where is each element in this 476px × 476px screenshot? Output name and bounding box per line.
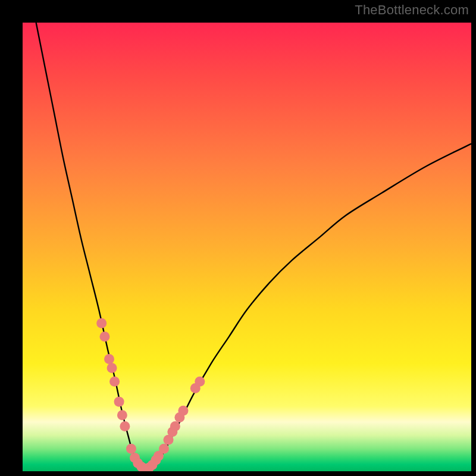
chart-svg [23,23,471,471]
chart-frame: TheBottleneck.com [0,0,476,476]
data-dot [114,397,124,407]
data-dot [120,421,130,431]
data-dot [107,363,117,373]
data-dot [159,444,169,454]
highlighted-dots [96,318,205,471]
data-dot [178,406,188,416]
data-dot [195,377,205,387]
data-dot [99,331,109,342]
data-dot [109,377,120,387]
data-dot [170,421,180,431]
attribution-text: TheBottleneck.com [355,2,469,18]
data-dot [117,410,127,420]
bottleneck-curve [36,23,471,469]
data-dot [104,354,114,364]
plot-area [23,23,471,471]
data-dot [126,444,136,454]
data-dot [96,318,107,328]
